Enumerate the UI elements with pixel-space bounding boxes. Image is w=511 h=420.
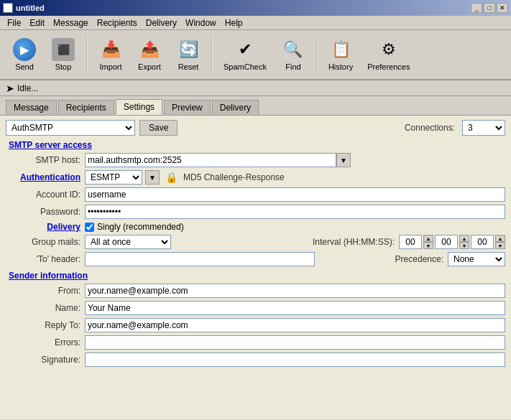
status-bar: ➤ Idle...: [0, 80, 511, 96]
status-text: Idle...: [17, 83, 38, 93]
stop-icon: ⬛: [52, 38, 75, 61]
settings-panel: AuthSMTP Save Connections: 3 1 2 5 SMTP …: [0, 116, 511, 419]
import-button[interactable]: 📥 Import: [92, 34, 129, 75]
send-icon: ▶: [13, 38, 36, 61]
tab-delivery[interactable]: Delivery: [212, 100, 259, 115]
reset-button[interactable]: 🔄 Reset: [170, 34, 207, 75]
export-button[interactable]: 📤 Export: [131, 34, 168, 75]
signature-input[interactable]: [85, 353, 505, 367]
smtp-section-title[interactable]: SMTP server access: [9, 140, 505, 150]
export-icon: 📤: [138, 38, 161, 61]
group-mails-select[interactable]: All at once By domain One at a time: [85, 235, 171, 249]
minimize-button[interactable]: _: [471, 3, 482, 13]
interval-minutes-down[interactable]: ▼: [459, 242, 469, 249]
interval-hours-down[interactable]: ▼: [423, 242, 433, 249]
tab-message[interactable]: Message: [6, 100, 57, 115]
send-label: Send: [15, 62, 34, 71]
group-mails-row: Group mails: All at once By domain One a…: [6, 235, 505, 249]
interval-hours-up[interactable]: ▲: [423, 235, 433, 242]
save-button[interactable]: Save: [139, 120, 178, 136]
smtp-dropdown-button[interactable]: ▼: [336, 153, 351, 167]
history-button[interactable]: 📋 History: [322, 34, 359, 75]
precedence-select[interactable]: None Bulk List Junk: [448, 252, 505, 266]
preferences-icon: ⚙: [377, 38, 400, 61]
interval-minutes-up[interactable]: ▲: [459, 235, 469, 242]
menu-recipients[interactable]: Recipients: [93, 17, 142, 29]
interval-section: Interval (HH:MM:SS): ▲ ▼ ▲ ▼ ▲ ▼: [313, 235, 505, 249]
profile-row: AuthSMTP Save Connections: 3 1 2 5: [6, 120, 505, 136]
signature-label: Signature:: [6, 355, 85, 365]
sender-section: Sender information From: Name: Reply To:…: [6, 271, 505, 367]
tab-bar: Message Recipients Settings Preview Deli…: [0, 96, 511, 116]
find-button[interactable]: 🔍 Find: [275, 34, 312, 75]
signature-row: Signature:: [6, 353, 505, 367]
stop-button[interactable]: ⬛ Stop: [45, 34, 82, 75]
send-button[interactable]: ▶ Send: [6, 34, 43, 75]
menu-window[interactable]: Window: [181, 17, 221, 29]
to-header-label: 'To' header:: [6, 254, 85, 264]
menu-help[interactable]: Help: [221, 17, 247, 29]
preferences-label: Preferences: [367, 62, 410, 71]
status-icon: ➤: [6, 83, 14, 94]
account-id-input[interactable]: [85, 187, 505, 202]
interval-label: Interval (HH:MM:SS):: [313, 237, 395, 247]
reset-icon: 🔄: [177, 38, 200, 61]
tab-preview[interactable]: Preview: [164, 100, 211, 115]
from-input[interactable]: [85, 284, 505, 298]
find-icon: 🔍: [282, 38, 305, 61]
password-label: Password:: [6, 207, 85, 217]
name-label: Name:: [6, 303, 85, 313]
preferences-button[interactable]: ⚙ Preferences: [361, 34, 416, 75]
reset-label: Reset: [178, 62, 199, 71]
errors-input[interactable]: [85, 335, 505, 350]
menu-delivery[interactable]: Delivery: [142, 17, 181, 29]
menu-file[interactable]: File: [3, 17, 25, 29]
tab-settings[interactable]: Settings: [116, 99, 162, 115]
singly-checkbox[interactable]: [85, 223, 94, 232]
interval-minutes[interactable]: [435, 235, 458, 249]
account-id-row: Account ID:: [6, 187, 505, 202]
interval-seconds[interactable]: [471, 235, 494, 249]
profile-select[interactable]: AuthSMTP: [6, 120, 135, 136]
password-input[interactable]: [85, 205, 505, 219]
account-id-label: Account ID:: [6, 190, 85, 200]
auth-label[interactable]: Authentication: [6, 172, 85, 182]
delivery-section: Delivery Singly (recommended) Group mail…: [6, 222, 505, 266]
connections-select[interactable]: 3 1 2 5: [462, 120, 505, 136]
delivery-label[interactable]: Delivery: [6, 222, 85, 232]
spamcheck-icon: ✔: [234, 38, 257, 61]
maximize-button[interactable]: □: [484, 3, 495, 13]
spamcheck-label: SpamCheck: [224, 62, 267, 71]
name-input[interactable]: [85, 301, 505, 315]
interval-seconds-down[interactable]: ▼: [495, 242, 505, 249]
interval-seconds-up[interactable]: ▲: [495, 235, 505, 242]
sender-section-title[interactable]: Sender information: [9, 271, 505, 281]
stop-label: Stop: [55, 62, 72, 71]
smtp-host-label: SMTP host:: [6, 155, 85, 165]
close-button[interactable]: ✕: [497, 3, 508, 13]
to-header-row: 'To' header: Precedence: None Bulk List …: [6, 252, 505, 266]
precedence-label: Precedence:: [395, 254, 443, 264]
from-label: From:: [6, 286, 85, 296]
history-label: History: [328, 62, 353, 71]
title-bar: untitled _ □ ✕: [0, 0, 511, 16]
spamcheck-button[interactable]: ✔ SpamCheck: [217, 34, 273, 75]
auth-type-select[interactable]: ESMTP SMTP None: [85, 170, 142, 185]
auth-dropdown-button[interactable]: ▼: [145, 170, 160, 185]
toolbar-separator-1: [86, 37, 88, 73]
tab-recipients[interactable]: Recipients: [58, 100, 114, 115]
singly-label: Singly (recommended): [97, 222, 184, 232]
find-label: Find: [285, 62, 300, 71]
toolbar-separator-2: [211, 37, 213, 73]
auth-section: Authentication ESMTP SMTP None ▼ 🔒 MD5 C…: [6, 170, 505, 219]
menu-edit[interactable]: Edit: [25, 17, 49, 29]
smtp-host-input[interactable]: [85, 153, 336, 167]
errors-row: Errors:: [6, 335, 505, 350]
interval-hours[interactable]: [399, 235, 422, 249]
reply-to-input[interactable]: [85, 318, 505, 332]
export-label: Export: [138, 62, 161, 71]
password-row: Password:: [6, 205, 505, 219]
menu-message[interactable]: Message: [49, 17, 93, 29]
app-icon: [3, 3, 13, 13]
to-header-input[interactable]: [85, 252, 315, 266]
